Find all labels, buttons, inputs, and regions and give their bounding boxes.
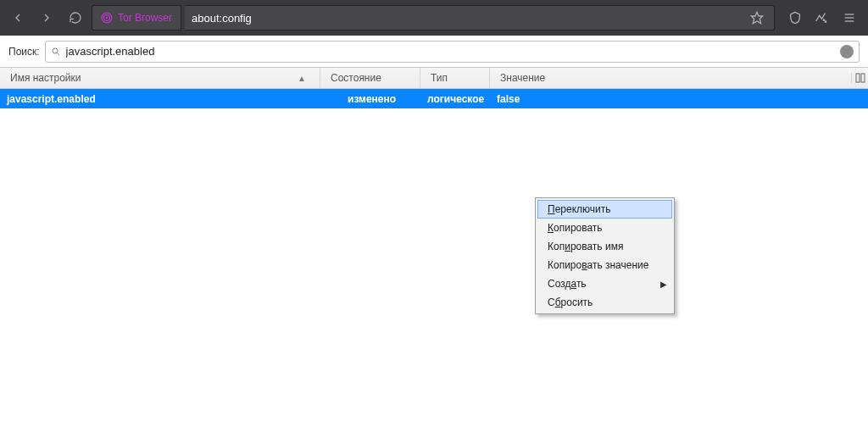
- search-box: [45, 41, 860, 63]
- browser-toolbar: Tor Browser about:config: [0, 0, 868, 36]
- bookmark-star-icon[interactable]: [750, 11, 764, 25]
- column-headers: Имя настройки ▲ Состояние Тип Значение: [0, 68, 868, 89]
- svg-line-10: [57, 53, 59, 55]
- context-menu-item-create[interactable]: Создать▶: [537, 274, 672, 293]
- column-header-state[interactable]: Состояние: [320, 68, 420, 88]
- pref-name: javascript.enabled: [0, 93, 320, 105]
- svg-point-2: [106, 17, 108, 19]
- url-bar[interactable]: about:config: [185, 5, 775, 30]
- url-text: about:config: [192, 12, 252, 25]
- svg-point-5: [825, 21, 826, 22]
- svg-point-9: [53, 48, 58, 53]
- new-circuit-icon[interactable]: [814, 11, 827, 25]
- context-menu-item-copy-name[interactable]: Копировать имя: [537, 237, 672, 256]
- svg-rect-14: [861, 74, 865, 82]
- pref-value: false: [490, 93, 868, 105]
- clear-search-button[interactable]: [840, 45, 854, 58]
- back-button[interactable]: [5, 5, 31, 30]
- identity-box[interactable]: Tor Browser: [92, 5, 181, 30]
- svg-marker-3: [751, 12, 762, 23]
- search-label: Поиск:: [8, 46, 40, 58]
- context-menu-item-toggle[interactable]: Переключить: [537, 200, 672, 219]
- search-input[interactable]: [66, 45, 835, 58]
- forward-button[interactable]: [34, 5, 59, 30]
- context-menu-item-copy[interactable]: Копировать: [537, 219, 672, 237]
- search-row: Поиск:: [0, 36, 868, 68]
- svg-point-4: [823, 19, 824, 20]
- pref-type: логическое: [420, 93, 490, 105]
- context-menu-item-copy-value[interactable]: Копировать значение: [537, 256, 672, 274]
- prefs-content: javascript.enabled изменено логическое f…: [0, 89, 868, 443]
- svg-rect-13: [856, 74, 860, 82]
- column-header-name[interactable]: Имя настройки ▲: [0, 68, 320, 88]
- identity-label: Tor Browser: [118, 12, 172, 24]
- reload-button[interactable]: [63, 5, 88, 30]
- menu-button[interactable]: [836, 11, 863, 25]
- pref-state: изменено: [320, 93, 420, 105]
- search-icon: [51, 47, 61, 57]
- column-header-type[interactable]: Тип: [420, 68, 490, 88]
- column-picker-button[interactable]: [851, 73, 868, 83]
- shield-icon[interactable]: [788, 11, 802, 25]
- sort-ascending-icon: ▲: [298, 74, 309, 83]
- toolbar-right-icons: [778, 11, 832, 25]
- onion-icon: [101, 12, 113, 24]
- context-menu: Переключить Копировать Копировать имя Ко…: [535, 197, 675, 314]
- chevron-right-icon: ▶: [660, 280, 667, 289]
- pref-row-selected[interactable]: javascript.enabled изменено логическое f…: [0, 89, 868, 108]
- column-header-value[interactable]: Значение: [490, 68, 851, 88]
- context-menu-item-reset[interactable]: Сбросить: [537, 293, 672, 312]
